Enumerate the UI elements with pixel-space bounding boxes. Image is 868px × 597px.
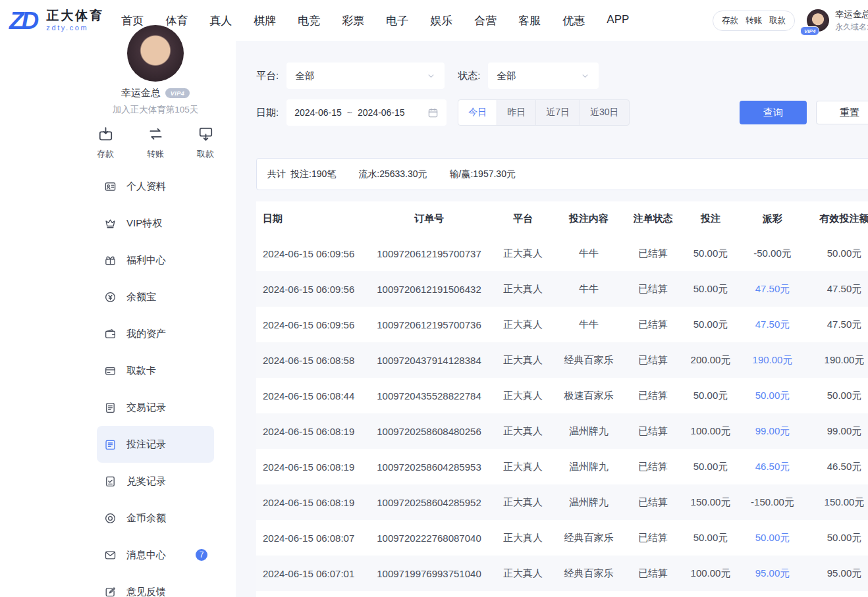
quick-action[interactable]: 转账 — [147, 126, 164, 160]
sidebar-item[interactable]: 兑奖记录 — [97, 463, 214, 500]
navbar-right: 存款转账取款 VIP4 幸运金总 永久域名: — [713, 0, 868, 41]
brand-domain: zdty.com — [46, 24, 104, 32]
main-content: 平台: 全部 状态: 全部 日期: 2024-06-15 ~ 2024-06-1… — [236, 41, 868, 597]
platform-select[interactable]: 全部 — [286, 63, 445, 89]
nav-item[interactable]: 合营 — [474, 13, 497, 28]
summary-bar: 共计 投注:190笔 流水:25633.30元 输/赢:1957.30元 — [256, 158, 868, 190]
vip-badge: VIP4 — [800, 26, 819, 36]
sidebar-item-label: 投注记录 — [126, 438, 166, 451]
cell-bet-content: 牛牛 — [556, 247, 622, 260]
table-body: 2024-06-15 06:09:561009720612195700737正大… — [256, 236, 868, 591]
cell-order-number: 1009720258604285953 — [368, 461, 490, 473]
brand-logo-mark-icon: ZD — [9, 9, 40, 33]
sidebar-item[interactable]: 金币余额 — [97, 500, 214, 536]
range-button[interactable]: 昨日 — [497, 99, 536, 126]
range-group: 今日昨日近7日近30日 — [458, 99, 629, 126]
table-row: 2024-06-15 06:08:071009720222768087040正大… — [256, 520, 868, 556]
sidebar-item[interactable]: VIP特权 — [97, 205, 214, 242]
table-row: 2024-06-15 06:08:441009720435528822784正大… — [256, 378, 868, 413]
nav-item[interactable]: 棋牌 — [254, 13, 276, 28]
nav-item[interactable]: 彩票 — [342, 13, 364, 28]
wallet-pill: 存款转账取款 — [713, 11, 795, 31]
cell-order-number: 1009720612195700736 — [368, 319, 490, 330]
search-button[interactable]: 查询 — [740, 101, 807, 124]
sidebar-item[interactable]: 意见反馈 — [97, 573, 214, 597]
quick-action[interactable]: 存款 — [97, 126, 114, 160]
brand-logo[interactable]: ZD 正大体育 zdty.com — [9, 9, 104, 33]
cell-status: 已结算 — [622, 283, 684, 296]
reset-button[interactable]: 重置 — [816, 101, 868, 124]
platform-select-value: 全部 — [295, 70, 314, 82]
filter-row-1: 平台: 全部 状态: 全部 — [256, 63, 868, 89]
sidebar-item-label: 福利中心 — [126, 254, 166, 267]
prize-icon — [104, 475, 117, 488]
nav-item[interactable]: 优惠 — [562, 13, 585, 28]
table-row: 2024-06-15 06:08:191009720258608480256正大… — [256, 413, 868, 449]
sidebar-item[interactable]: 取款卡 — [97, 352, 214, 389]
cell-payout: 50.00元 — [737, 390, 808, 402]
nav-item[interactable]: 真人 — [209, 13, 232, 28]
cell-date: 2024-06-15 06:08:19 — [256, 426, 368, 437]
table-row: 2024-06-15 06:09:561009720612191506432正大… — [256, 271, 868, 307]
cell-valid-amount: 50.00元 — [808, 247, 868, 260]
nav-item[interactable]: 娱乐 — [430, 13, 452, 28]
bets-icon — [104, 438, 117, 451]
date-range-picker[interactable]: 2024-06-15 ~ 2024-06-15 — [286, 99, 447, 126]
cell-platform: 正大真人 — [490, 461, 556, 473]
range-button[interactable]: 近7日 — [535, 99, 580, 126]
sidebar-item-label: 交易记录 — [126, 402, 166, 414]
cell-date: 2024-06-15 06:09:56 — [256, 284, 368, 295]
sidebar-item[interactable]: 福利中心 — [97, 242, 214, 278]
profile-avatar[interactable] — [127, 25, 184, 82]
wallet-pill-link[interactable]: 转账 — [746, 15, 762, 26]
sidebar-item[interactable]: 消息中心7 — [97, 536, 214, 573]
coin-icon — [104, 291, 117, 303]
nav-item[interactable]: 电子 — [386, 13, 408, 28]
sidebar-item[interactable]: 我的资产 — [97, 315, 214, 352]
cell-order-number: 1009720258608480256 — [368, 426, 490, 437]
cell-bet-content: 经典百家乐 — [556, 567, 622, 580]
sidebar-item-label: 金币余额 — [126, 512, 166, 525]
cell-status: 已结算 — [622, 390, 684, 402]
platform-label: 平台: — [256, 70, 279, 82]
cell-date: 2024-06-15 06:09:56 — [256, 248, 368, 259]
nav-user-texts: 幸运金总 永久域名: — [835, 8, 868, 33]
wallet-pill-link[interactable]: 存款 — [722, 15, 738, 26]
sidebar-item[interactable]: 投注记录 — [97, 426, 214, 463]
sidebar-item-label: 意见反馈 — [126, 586, 166, 597]
cell-bet-amount: 50.00元 — [684, 247, 737, 260]
sidebar-item[interactable]: 个人资料 — [97, 168, 214, 205]
nav-item[interactable]: 首页 — [121, 13, 144, 28]
bet-records-table: 日期订单号平台投注内容注单状态投注派彩有效投注额 2024-06-15 06:0… — [256, 201, 868, 597]
main-nav: 首页体育真人棋牌电竞彩票电子娱乐合营客服优惠APP — [121, 13, 629, 28]
quick-action-label: 转账 — [147, 148, 164, 160]
cell-order-number: 1009720612191506432 — [368, 284, 490, 295]
cell-payout: 50.00元 — [737, 532, 808, 544]
nav-item[interactable]: APP — [607, 13, 629, 28]
summary-bets: 投注:190笔 — [290, 169, 336, 180]
cell-bet-amount: 100.00元 — [684, 425, 737, 438]
cell-valid-amount: 150.00元 — [808, 496, 868, 509]
range-button[interactable]: 今日 — [458, 99, 497, 126]
table-row: 2024-06-15 06:09:561009720612195700736正大… — [256, 307, 868, 342]
nav-item[interactable]: 客服 — [518, 13, 541, 28]
quick-action[interactable]: 取款 — [197, 126, 214, 160]
idcard-icon — [104, 180, 117, 193]
column-header: 有效投注额 — [808, 213, 868, 225]
nav-avatar-wrap[interactable]: VIP4 — [807, 9, 829, 32]
summary-prefix: 共计 — [267, 169, 286, 180]
assets-icon — [104, 328, 117, 340]
range-button[interactable]: 近30日 — [580, 99, 630, 126]
sidebar-item[interactable]: 余额宝 — [97, 278, 214, 315]
join-days-text: 加入正大体育第105天 — [113, 104, 199, 116]
sidebar-item-label: 取款卡 — [126, 365, 156, 377]
wallet-pill-link[interactable]: 取款 — [769, 15, 786, 26]
sidebar-item[interactable]: 交易记录 — [97, 389, 214, 426]
transactions-icon — [104, 402, 117, 414]
date-to-value: 2024-06-15 — [358, 107, 405, 118]
cell-bet-amount: 50.00元 — [684, 283, 737, 296]
cell-status: 已结算 — [622, 461, 684, 473]
nav-item[interactable]: 电竞 — [298, 13, 320, 28]
nav-item[interactable]: 体育 — [165, 13, 188, 28]
status-select[interactable]: 全部 — [488, 63, 599, 89]
